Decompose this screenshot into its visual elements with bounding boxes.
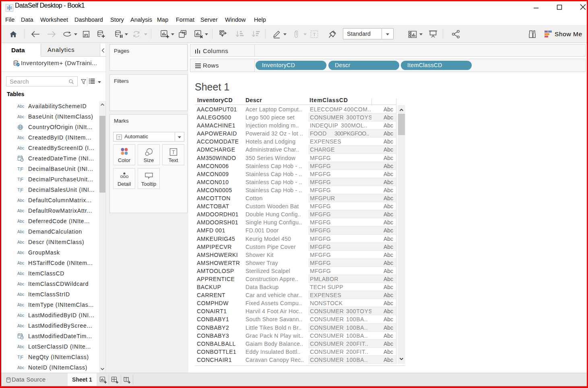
svg-text:T: T xyxy=(118,135,120,140)
svg-text:T: T xyxy=(172,150,175,155)
svg-text:T: T xyxy=(313,32,316,37)
